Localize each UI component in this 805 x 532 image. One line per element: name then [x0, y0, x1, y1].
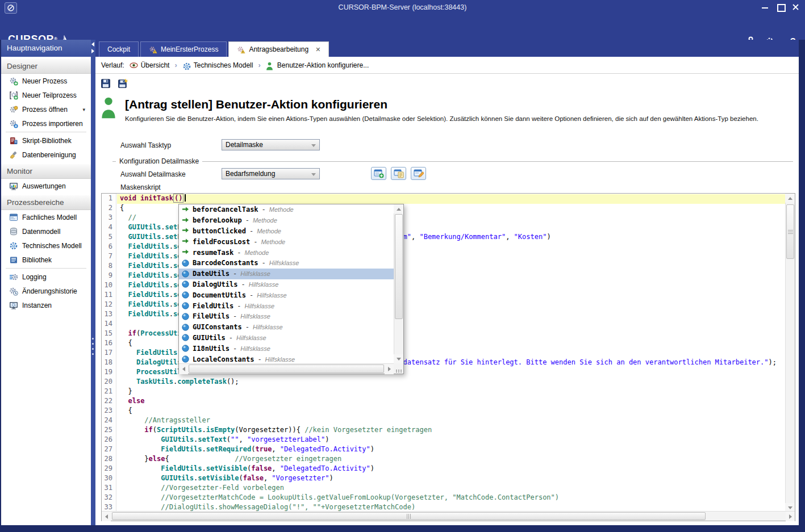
line-number: 11: [102, 291, 116, 300]
tab-meinersterprozess[interactable]: MeinErsterProzess: [140, 41, 227, 57]
scroll-down-icon[interactable]: [394, 354, 403, 363]
sidebar-item-prozess-oeffnen[interactable]: Prozess öffnen▾: [1, 102, 91, 116]
detailmaske-value: Bedarfsmeldung: [226, 170, 275, 178]
sidebar-item-datenbereinigung[interactable]: Datenbereinigung: [1, 148, 91, 162]
code-segment: //kein Vorgesetzter eingetragen: [305, 426, 432, 434]
script-editor[interactable]: 1234567891011121314151617181920212223242…: [101, 193, 795, 521]
save-button[interactable]: [100, 78, 111, 89]
vertical-scroll-thumb[interactable]: [786, 204, 794, 259]
sidebar-item-neuer-prozess[interactable]: Neuer Prozess: [1, 74, 91, 88]
tab-cockpit[interactable]: Cockpit: [99, 41, 139, 57]
code-line[interactable]: if(ScriptUtils.isEmpty(Vorgesetzter)){ /…: [117, 426, 785, 435]
sidebar-section-header: Monitor: [1, 164, 91, 179]
code-segment: [120, 213, 128, 221]
code-line[interactable]: }: [117, 387, 785, 397]
code-segment: else: [128, 397, 144, 405]
code-segment: DialogUtils: [136, 358, 181, 366]
scroll-left-icon[interactable]: [102, 512, 111, 521]
scroll-right-icon[interactable]: [786, 512, 795, 521]
code-line[interactable]: //Vorgesetzter-Feld vorbelegen: [117, 484, 785, 493]
code-line[interactable]: FieldUtils.setVisible(false, "DelegatedT…: [117, 464, 785, 474]
autocomplete-item[interactable]: I18nUtils - Hilfsklasse: [179, 343, 394, 354]
copy-detailmaske-button[interactable]: [391, 167, 406, 180]
code-segment: [120, 493, 161, 501]
sidebar-item-skript-bibliothek[interactable]: Skript-Bibliothek: [1, 133, 91, 148]
detailmaske-select[interactable]: Bedarfsmeldung: [222, 168, 320, 179]
scroll-up-icon[interactable]: [785, 194, 795, 203]
scroll-left-icon[interactable]: [179, 364, 188, 374]
sidebar-item-logging[interactable]: Logging: [1, 270, 91, 284]
tab-bar: CockpitMeinErsterProzessAntragsbearbeitu…: [95, 40, 799, 57]
code-line[interactable]: GUIUtils.setVisible(false, "Vorgesetzter…: [117, 474, 785, 484]
breadcrumb-item[interactable]: Übersicht: [130, 61, 170, 69]
sidebar-item-aenderungshistorie[interactable]: Änderungshistorie: [1, 284, 91, 298]
minimize-button[interactable]: [761, 3, 769, 11]
popup-resize-grip[interactable]: [394, 363, 403, 374]
sidebar-item-bibliothek[interactable]: Bibliothek: [1, 253, 91, 267]
autocomplete-item[interactable]: DateUtils - Hilfsklasse: [179, 269, 394, 279]
close-button[interactable]: [792, 3, 799, 11]
close-tab-icon[interactable]: ✕: [315, 46, 320, 53]
autocomplete-item[interactable]: GUIConstants - Hilfsklasse: [179, 322, 394, 333]
popup-vertical-scroll-thumb[interactable]: [395, 214, 403, 319]
sidebar-item-auswertungen[interactable]: Auswertungen: [1, 179, 91, 193]
code-segment: //VorgesetzterMatchCode = LookupUtils.ge…: [161, 493, 559, 501]
code-segment: [120, 445, 161, 453]
code-line[interactable]: {: [117, 407, 785, 416]
code-line[interactable]: FieldUtils.setRequired(true, "DelegatedT…: [117, 445, 785, 455]
sidebar-item-datenmodell[interactable]: Datenmodell: [1, 224, 91, 238]
popup-horizontal-scroll-thumb[interactable]: [189, 365, 384, 373]
suggestion-separator: -: [233, 312, 237, 320]
popup-vertical-scrollbar[interactable]: [394, 204, 403, 363]
tab-antragsbearbeitung[interactable]: Antragsbearbeitung✕: [228, 41, 329, 57]
tasktyp-select[interactable]: Detailmaske: [222, 139, 320, 150]
breadcrumb-item[interactable]: Technisches Modell: [182, 61, 253, 69]
autocomplete-item[interactable]: beforeCancelTask - Methode: [179, 204, 394, 215]
code-segment: [120, 426, 144, 434]
autocomplete-item[interactable]: GUIUtils - Hilfsklasse: [179, 333, 394, 344]
autocomplete-item[interactable]: FileUtils - Hilfsklasse: [179, 311, 394, 322]
breadcrumb-item[interactable]: Benutzer-Aktion konfiguriere...: [266, 61, 369, 69]
editor-vertical-scrollbar[interactable]: [785, 194, 795, 512]
save-as-button[interactable]: [117, 78, 128, 89]
code-segment: FieldUtils: [128, 252, 169, 260]
code-line[interactable]: GUIUtils.setText("", "vorgesetzterLabel"…: [117, 435, 785, 445]
sidebar-item-technisches-modell[interactable]: Technisches Modell: [1, 238, 91, 253]
sidebar-item-prozess-importieren[interactable]: Prozess importieren: [1, 116, 91, 131]
divider: [6, 132, 86, 132]
code-segment: ,: [239, 435, 247, 443]
scroll-up-icon[interactable]: [394, 204, 403, 213]
maximize-button[interactable]: [777, 3, 784, 11]
sidebar-item-neuer-teilprozess[interactable]: Neuer Teilprozess: [1, 88, 91, 102]
autocomplete-item[interactable]: fieldFocusLost - Methode: [179, 236, 394, 247]
add-detailmaske-button[interactable]: [371, 167, 386, 180]
autocomplete-item[interactable]: LocaleConstants - Hilfsklasse: [179, 354, 394, 363]
autocomplete-item[interactable]: DocumentUtils - Hilfsklasse: [179, 290, 394, 300]
autocomplete-item[interactable]: buttonClicked - Methode: [179, 226, 394, 237]
autocomplete-item[interactable]: BarcodeConstants - Hilfsklasse: [179, 258, 394, 269]
autocomplete-item[interactable]: beforeLookup - Methode: [179, 215, 394, 226]
code-line[interactable]: //VorgesetzterMatchCode = LookupUtils.ge…: [117, 493, 785, 503]
line-number: 5: [102, 233, 116, 242]
sidebar-item-instanzen[interactable]: Instanzen: [1, 298, 91, 312]
code-line[interactable]: }else{ //Vorgesetzter eingetragen: [117, 455, 785, 464]
popup-horizontal-scrollbar[interactable]: [179, 363, 394, 374]
code-line[interactable]: void initTask(): [117, 194, 785, 204]
autocomplete-item[interactable]: FieldUtils - Hilfsklasse: [179, 300, 394, 311]
splitter-collapse-icons[interactable]: [91, 42, 94, 53]
scroll-right-icon[interactable]: [385, 364, 394, 374]
code-line[interactable]: TaskUtils.completeTask();: [117, 378, 785, 387]
horizontal-scroll-thumb[interactable]: [112, 512, 706, 520]
edit-detailmaske-button[interactable]: [411, 167, 426, 180]
line-number: 2: [102, 204, 116, 213]
code-line[interactable]: //Antragssteller: [117, 416, 785, 426]
sidebar-item-fachliches-modell[interactable]: Fachliches Modell: [1, 210, 91, 224]
editor-horizontal-scrollbar[interactable]: [102, 511, 795, 521]
autocomplete-item[interactable]: DialogUtils - Hilfsklasse: [179, 279, 394, 290]
process-warning-icon: [149, 45, 157, 54]
code-segment: "Vorgesetzter": [272, 474, 329, 482]
chevron-down-icon[interactable]: ▾: [82, 107, 85, 112]
autocomplete-item[interactable]: resumeTask - Methode: [179, 247, 394, 258]
sidebar-splitter[interactable]: [91, 40, 95, 525]
code-line[interactable]: else: [117, 397, 785, 407]
